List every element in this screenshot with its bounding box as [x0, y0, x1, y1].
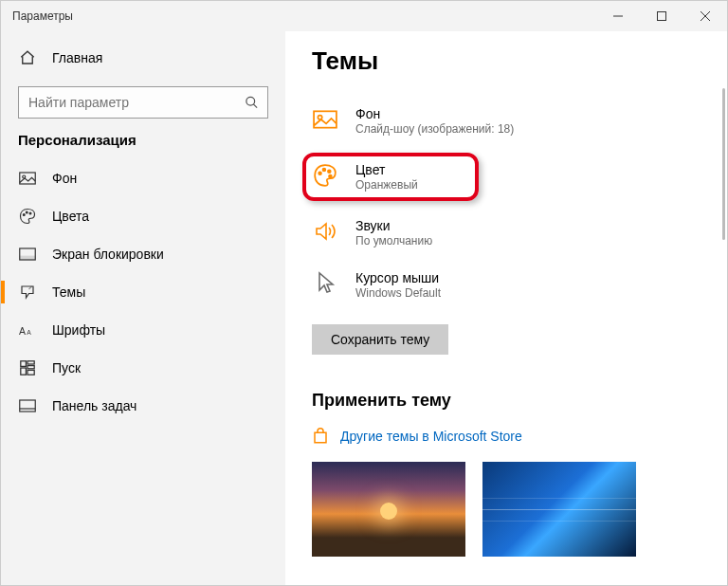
search-container [1, 86, 285, 132]
sidebar-item-background[interactable]: Фон [1, 159, 285, 197]
theme-thumbnail[interactable] [312, 462, 465, 557]
option-subtitle: Windows Default [355, 286, 441, 300]
theme-thumbnail[interactable] [482, 462, 636, 557]
svg-point-26 [328, 170, 331, 173]
minimize-button[interactable] [596, 1, 640, 31]
taskbar-icon [18, 396, 37, 415]
svg-rect-12 [20, 256, 36, 260]
svg-rect-19 [27, 370, 34, 375]
sound-icon [312, 218, 338, 245]
sidebar-item-label: Пуск [52, 360, 81, 375]
theme-option-background[interactable]: Фон Слайд-шоу (изображений: 18) [312, 101, 727, 141]
svg-point-27 [329, 175, 332, 178]
svg-point-8 [23, 214, 25, 216]
theme-option-cursor[interactable]: Курсор мыши Windows Default [312, 265, 727, 305]
palette-icon [18, 207, 37, 226]
apply-theme-heading: Применить тему [312, 391, 727, 411]
start-icon [18, 358, 37, 377]
save-theme-button[interactable]: Сохранить тему [312, 324, 448, 355]
svg-point-10 [29, 212, 31, 214]
image-icon [312, 106, 338, 133]
search-input[interactable] [18, 86, 268, 119]
theme-option-color[interactable]: Цвет Оранжевый [312, 162, 418, 192]
svg-point-4 [246, 97, 255, 105]
theme-thumbnails [312, 462, 727, 557]
window-controls [596, 1, 727, 31]
sidebar-item-label: Экран блокировки [52, 247, 164, 262]
sidebar-item-label: Темы [52, 284, 85, 300]
svg-line-5 [253, 104, 257, 108]
option-title: Звуки [355, 218, 432, 233]
settings-window: Параметры Главная [0, 0, 728, 586]
option-title: Цвет [355, 162, 418, 177]
svg-text:A: A [19, 325, 26, 337]
fonts-icon: AA [18, 320, 37, 339]
sidebar-item-start[interactable]: Пуск [1, 349, 285, 387]
window-body: Главная Персонализация Фон [1, 31, 727, 585]
sidebar: Главная Персонализация Фон [1, 31, 285, 585]
sidebar-item-taskbar[interactable]: Панель задач [1, 387, 285, 425]
sidebar-item-fonts[interactable]: AA Шрифты [1, 311, 285, 349]
store-link-label: Другие темы в Microsoft Store [340, 429, 522, 444]
theme-option-sounds[interactable]: Звуки По умолчанию [312, 212, 727, 253]
svg-point-25 [323, 169, 326, 172]
highlight-annotation: Цвет Оранжевый [302, 153, 479, 201]
cursor-icon [312, 270, 338, 297]
titlebar: Параметры [1, 1, 727, 31]
palette-icon [312, 162, 338, 189]
window-title: Параметры [1, 9, 596, 23]
sidebar-item-colors[interactable]: Цвета [1, 197, 285, 235]
page-title: Темы [312, 46, 727, 76]
sidebar-item-label: Шрифты [52, 322, 105, 338]
svg-point-24 [318, 172, 321, 174]
svg-rect-1 [658, 12, 666, 21]
svg-point-9 [26, 211, 27, 213]
image-icon [18, 169, 37, 188]
sidebar-item-label: Панель задач [52, 398, 136, 413]
section-header: Персонализация [1, 132, 285, 159]
sidebar-item-themes[interactable]: Темы [1, 273, 285, 311]
svg-rect-15 [21, 361, 27, 367]
option-title: Фон [355, 106, 514, 121]
option-subtitle: По умолчанию [355, 234, 432, 247]
lockscreen-icon [18, 245, 37, 264]
scrollbar[interactable] [722, 88, 725, 240]
themes-icon [18, 283, 37, 302]
search-icon [245, 96, 259, 110]
svg-rect-18 [21, 368, 27, 375]
store-link[interactable]: Другие темы в Microsoft Store [312, 428, 727, 445]
store-icon [312, 428, 329, 445]
option-subtitle: Слайд-шоу (изображений: 18) [355, 122, 514, 136]
svg-rect-20 [20, 400, 36, 412]
home-icon [18, 48, 37, 67]
svg-rect-17 [27, 366, 34, 369]
maximize-button[interactable] [640, 1, 683, 31]
main-content: Темы Фон Слайд-шоу (изображений: 18) Цве… [285, 31, 727, 585]
home-label: Главная [52, 50, 102, 65]
home-nav[interactable]: Главная [1, 39, 285, 77]
sidebar-item-lockscreen[interactable]: Экран блокировки [1, 235, 285, 273]
option-subtitle: Оранжевый [355, 178, 418, 192]
sidebar-item-label: Фон [52, 171, 77, 186]
close-button[interactable] [683, 1, 727, 31]
svg-text:A: A [27, 329, 31, 336]
sidebar-item-label: Цвета [52, 209, 89, 224]
svg-rect-16 [27, 361, 34, 364]
option-title: Курсор мыши [355, 270, 441, 285]
